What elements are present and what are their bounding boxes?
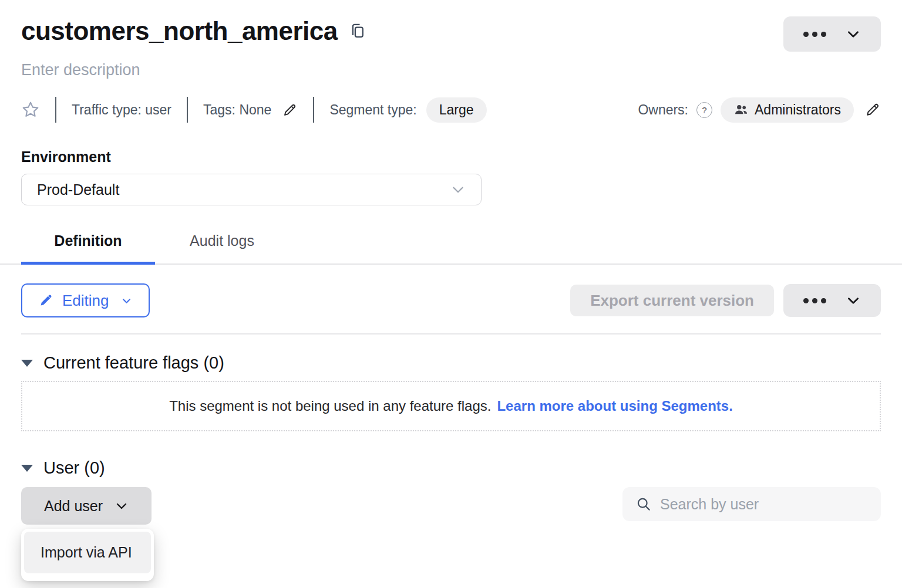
- people-icon: [733, 102, 749, 117]
- divider: [187, 97, 188, 123]
- user-section-title: User (0): [43, 458, 105, 478]
- user-search-input[interactable]: [660, 496, 868, 513]
- meta-row: Traffic type: user Tags: None Segment ty…: [21, 97, 881, 123]
- user-section-header[interactable]: User (0): [21, 458, 881, 478]
- tab-audit-logs[interactable]: Audit logs: [155, 227, 289, 263]
- title-wrap: customers_north_america: [21, 16, 366, 46]
- feature-flags-section-title: Current feature flags (0): [43, 353, 224, 373]
- ellipsis-icon: [803, 32, 826, 37]
- toolbar-more-menu-button[interactable]: [783, 284, 881, 317]
- definition-toolbar: Editing Export current version: [21, 283, 881, 317]
- divider: [55, 97, 56, 123]
- pencil-icon: [864, 102, 881, 118]
- ellipsis-icon: [803, 298, 826, 303]
- page-header: customers_north_america: [21, 0, 881, 52]
- owners-group: Owners: ? Administrators: [638, 97, 881, 123]
- chevron-down-icon: [846, 26, 861, 42]
- chevron-down-icon: [115, 499, 129, 513]
- pencil-icon: [282, 102, 298, 118]
- editing-mode-button[interactable]: Editing: [21, 283, 150, 317]
- owners-label: Owners:: [638, 102, 688, 118]
- learn-more-link[interactable]: Learn more about using Segments.: [497, 398, 732, 414]
- edit-owners-button[interactable]: [864, 102, 881, 118]
- star-icon: [21, 100, 40, 119]
- export-current-version-button[interactable]: Export current version: [570, 285, 774, 316]
- tab-definition[interactable]: Definition: [21, 227, 155, 263]
- page-title: customers_north_america: [21, 16, 338, 46]
- add-user-button[interactable]: Add user: [21, 487, 152, 525]
- traffic-type-label: Traffic type: user: [72, 102, 171, 118]
- feature-flags-section-header[interactable]: Current feature flags (0): [21, 353, 881, 373]
- empty-state-text: This segment is not being used in any fe…: [169, 398, 491, 414]
- chevron-down-icon: [450, 182, 466, 197]
- editing-mode-label: Editing: [62, 292, 109, 310]
- add-user-label: Add user: [44, 498, 103, 515]
- tab-bar: Definition Audit logs: [0, 227, 902, 265]
- caret-down-icon: [21, 360, 33, 367]
- caret-down-icon: [21, 465, 33, 472]
- menu-item-import-via-api[interactable]: Import via API: [24, 532, 151, 573]
- favorite-star-button[interactable]: [21, 100, 40, 119]
- pencil-filled-icon: [39, 293, 53, 307]
- segment-type-badge: Large: [426, 97, 487, 123]
- environment-label: Environment: [21, 148, 881, 165]
- copy-name-button[interactable]: [349, 22, 366, 40]
- feature-flags-empty-state: This segment is not being used in any fe…: [21, 381, 881, 431]
- user-search-box[interactable]: [622, 487, 881, 521]
- environment-selected-value: Prod-Default: [37, 181, 119, 198]
- segment-detail-page: customers_north_america Enter descriptio…: [0, 0, 902, 525]
- search-icon: [635, 496, 652, 512]
- header-more-menu-button[interactable]: [783, 16, 881, 52]
- chevron-down-icon: [121, 295, 132, 306]
- environment-select[interactable]: Prod-Default: [21, 174, 482, 205]
- add-user-dropdown-menu: Import via API: [21, 529, 154, 581]
- toolbar-right: Export current version: [570, 284, 881, 317]
- owners-badge[interactable]: Administrators: [721, 97, 854, 123]
- chevron-down-icon: [846, 293, 861, 308]
- user-controls-row: Add user Import via API: [21, 487, 881, 525]
- description-placeholder[interactable]: Enter description: [21, 61, 881, 79]
- help-icon[interactable]: ?: [696, 102, 712, 118]
- section-divider: [21, 333, 881, 334]
- owners-badge-label: Administrators: [755, 102, 841, 118]
- segment-type-label: Segment type:: [329, 102, 416, 118]
- divider: [313, 97, 314, 123]
- copy-icon: [349, 22, 366, 40]
- tags-label: Tags: None: [203, 102, 271, 118]
- edit-tags-button[interactable]: [282, 102, 298, 118]
